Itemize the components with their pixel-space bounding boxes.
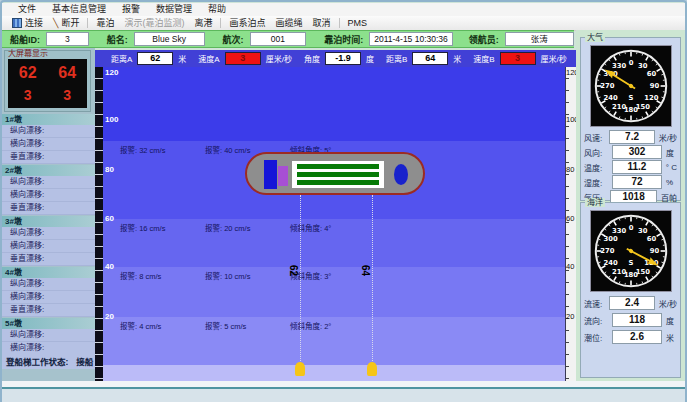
toolbar-separator	[220, 18, 221, 28]
distance-b-label: 距离B	[386, 53, 407, 64]
svg-text:120: 120	[644, 94, 658, 102]
berth-time-field[interactable]: 2011-4-15 10:30:36	[369, 32, 452, 46]
left-ruler	[95, 67, 103, 381]
longitudinal-drift-label: 纵向漂移:	[2, 329, 95, 342]
alarm-col: 报警: 10 cm/s	[205, 270, 281, 281]
wind-speed-value: 7.2	[609, 130, 654, 144]
y-axis-label: 120	[105, 68, 118, 78]
pilot-field[interactable]: 张涛	[505, 32, 574, 46]
lateral-drift-label: 横向漂移:	[2, 138, 95, 151]
ship-bow	[394, 164, 408, 185]
current-speed-value: 2.4	[609, 296, 654, 310]
svg-text:30: 30	[638, 227, 648, 235]
draw-mooring-line-button[interactable]: 画缆绳	[271, 17, 308, 30]
svg-text:0: 0	[628, 224, 633, 232]
vertical-drift-label: 垂直漂移:	[2, 253, 95, 266]
current-direction-label: 流向:	[584, 315, 612, 326]
atmosphere-groupbox: 大气 0306090120150180210240270300330S 风速: …	[580, 37, 681, 201]
mooring-distance-b-label: 64	[360, 265, 371, 276]
pier-groups: 1#墩 纵向漂移: 横向漂移: 垂直漂移: 2#墩 纵向漂移: 横向漂移: 垂直…	[2, 114, 95, 369]
alarm-col: 倾斜角度: 3°	[290, 270, 366, 281]
current-direction-row: 流向: 118 度	[581, 312, 680, 328]
wind-speed-row: 风速: 7.2 米/秒	[581, 130, 680, 144]
y-axis-label: 20	[105, 312, 114, 322]
ship-graphic[interactable]	[245, 152, 425, 195]
vertical-drift-label: 垂直漂移:	[2, 151, 95, 164]
ship-name-field[interactable]: Blue Sky	[134, 32, 205, 46]
menu-alarm[interactable]: 报警	[114, 3, 148, 16]
status-bar	[2, 389, 685, 402]
menu-file[interactable]: 文件	[10, 3, 44, 16]
measurement-bar: 距离A 62 米 速度A 3 厘米/秒 角度 -1.9 度 距离B 64 米 速…	[95, 50, 578, 67]
mooring-point-marker-b[interactable]	[367, 362, 377, 376]
lateral-drift-label: 横向漂移:	[2, 189, 95, 202]
cargo-hatch	[297, 172, 379, 177]
humidity-unit: %	[662, 178, 673, 187]
alarm-threshold-row: 报警: 4 cm/s 报警: 5 cm/s 倾斜角度: 2°	[120, 320, 366, 331]
app-screen: 文件 基本信息管理 报警 数据管理 帮助 连接 ╲ 断开 靠泊 演示(靠泊监测)…	[0, 0, 687, 402]
wind-direction-gauge: 0306090120150180210240270300330S	[590, 45, 672, 127]
pier-group-header: 3#墩	[2, 216, 95, 227]
svg-text:210: 210	[612, 103, 626, 111]
draw-mooring-point-button[interactable]: 画系泊点	[224, 17, 270, 30]
led-speed-b: 3	[63, 87, 71, 103]
voyage-field[interactable]: 001	[250, 32, 307, 46]
lateral-drift-label: 横向漂移:	[2, 240, 95, 253]
temperature-value: 11.2	[612, 160, 662, 174]
demo-monitor-button[interactable]: 演示(靠泊监测)	[119, 17, 189, 30]
led-speed-a: 3	[24, 87, 32, 103]
longitudinal-drift-label: 纵向漂移:	[2, 278, 95, 291]
vertical-drift-label: 垂直漂移:	[2, 202, 95, 215]
distance-b-value: 64	[412, 52, 448, 65]
current-direction-gauge: 0306090120150180210240270300330S	[590, 210, 672, 292]
connect-icon	[12, 18, 22, 28]
current-speed-row: 流速: 2.4 米/秒	[581, 295, 680, 311]
alarm-col: 报警: 32 cm/s	[120, 144, 196, 155]
alarm-threshold-row: 报警: 16 cm/s 报警: 20 cm/s 倾斜角度: 4°	[120, 222, 366, 233]
menu-basic-info[interactable]: 基本信息管理	[44, 3, 114, 16]
pier-group-2: 2#墩 纵向漂移: 横向漂移: 垂直漂移:	[2, 165, 95, 215]
toolbar-separator	[339, 18, 340, 28]
tide-level-label: 潮位:	[584, 332, 612, 343]
connect-button[interactable]: 连接	[7, 17, 48, 30]
gangway-status-value: 接船	[76, 355, 93, 367]
mooring-point-marker-a[interactable]	[295, 362, 305, 376]
berthing-plot: 距离A 62 米 速度A 3 厘米/秒 角度 -1.9 度 距离B 64 米 速…	[95, 50, 578, 381]
alarm-threshold-row: 报警: 8 cm/s 报警: 10 cm/s 倾斜角度: 3°	[120, 270, 366, 281]
humidity-label: 湿度:	[584, 177, 612, 188]
current-direction-unit: 度	[662, 315, 674, 326]
dock-band	[103, 365, 566, 381]
svg-text:330: 330	[612, 227, 626, 235]
berth-time-label: 靠泊时间:	[324, 33, 363, 46]
pier-group-header: 4#墩	[2, 267, 95, 278]
longitudinal-drift-label: 纵向漂移:	[2, 176, 95, 189]
svg-text:90: 90	[649, 247, 659, 255]
alarm-col: 报警: 8 cm/s	[120, 270, 196, 281]
menu-data-management[interactable]: 数据管理	[148, 3, 200, 16]
humidity-value: 72	[612, 175, 662, 189]
ship-id-field[interactable]: 3	[46, 32, 89, 46]
svg-text:300: 300	[603, 235, 617, 243]
atmosphere-title: 大气	[585, 33, 605, 42]
pms-button[interactable]: PMS	[343, 17, 373, 30]
mooring-line-b	[372, 195, 373, 365]
disconnect-icon: ╲	[53, 19, 58, 27]
gangway-status-row: 登船梯工作状态: 接船	[2, 353, 95, 369]
toolbar: 连接 ╲ 断开 靠泊 演示(靠泊监测) 离港 画系泊点 画缆绳 取消 PMS	[2, 16, 685, 31]
voyage-label: 航次:	[223, 33, 244, 46]
menu-help[interactable]: 帮助	[200, 3, 234, 16]
depart-button[interactable]: 离港	[189, 17, 217, 30]
longitudinal-drift-label: 纵向漂移:	[2, 227, 95, 240]
wind-speed-label: 风速:	[584, 132, 609, 143]
berth-button[interactable]: 靠泊	[91, 17, 119, 30]
angle-label: 角度	[304, 53, 320, 64]
svg-text:330: 330	[612, 62, 626, 70]
ship-name-label: 船名:	[107, 33, 128, 46]
longitudinal-drift-label: 纵向漂移:	[2, 125, 95, 138]
cancel-button[interactable]: 取消	[308, 17, 336, 30]
y-axis-label: 40	[105, 262, 114, 272]
disconnect-button[interactable]: ╲ 断开	[48, 17, 84, 30]
y-axis-label: 60	[105, 214, 114, 224]
current-speed-unit: 米/秒	[655, 298, 677, 309]
toolbar-separator	[87, 18, 88, 28]
